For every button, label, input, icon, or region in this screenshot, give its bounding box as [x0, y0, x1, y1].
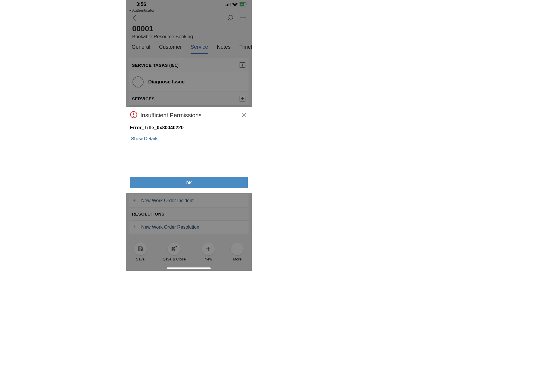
error-code: Error_Title_0x80040220: [126, 121, 252, 132]
close-icon[interactable]: [241, 112, 247, 118]
ok-button[interactable]: OK: [130, 177, 248, 188]
show-details-link[interactable]: Show Details: [126, 132, 252, 141]
error-dialog: Insufficient Permissions Error_Title_0x8…: [126, 107, 252, 193]
error-icon: [130, 111, 137, 120]
dialog-header: Insufficient Permissions: [126, 107, 252, 121]
home-indicator[interactable]: [167, 267, 211, 269]
dialog-title: Insufficient Permissions: [140, 112, 238, 119]
phone-frame: 3:56 ◂ Authenticator 00001 Bookable Reso…: [126, 0, 252, 271]
svg-point-21: [133, 116, 134, 117]
